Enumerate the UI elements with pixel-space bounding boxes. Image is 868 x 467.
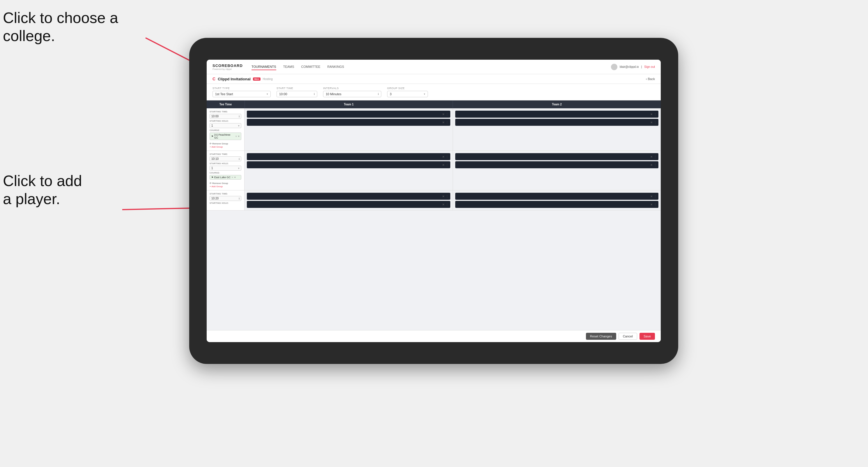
nav-teams[interactable]: TEAMS [283,64,294,70]
group-size-label: Group Size [387,87,428,90]
player-row-3-4[interactable]: ✕ ⋮ [455,201,659,208]
info-icon-t2: ℹ [239,157,240,160]
dots-icon-9[interactable]: ⋮ [446,195,448,198]
player-row-1-4[interactable]: ✕ ⋮ [455,119,659,126]
add-group-2[interactable]: + Add Group [210,185,241,188]
dots-icon-10[interactable]: ⋮ [446,203,448,206]
remove-group-2[interactable]: ⟳ Remove Group [210,182,241,185]
tee-row-1-controls: STARTING TIME: 10:00 ℹ STARTING HOLE: 1 … [207,108,245,151]
x-icon-7[interactable]: ✕ [650,155,653,158]
player-row-3-3[interactable]: ✕ ⋮ [455,193,659,200]
dots-icon-6[interactable]: ⋮ [446,163,448,166]
starting-time-input-3[interactable]: 10:20 ℹ [210,196,241,201]
player-row-3-2[interactable]: ✕ ⋮ [247,201,450,208]
player-row-1-1[interactable]: ✕ ⋮ [247,111,450,118]
start-time-field: Start Time 10:00 ℹ [277,87,317,97]
table-content[interactable]: STARTING TIME: 10:00 ℹ STARTING HOLE: 1 … [207,108,661,330]
user-avatar [611,64,617,70]
player-row-3-1[interactable]: ✕ ⋮ [247,193,450,200]
x-icon-12[interactable]: ✕ [650,203,653,206]
course-select-2[interactable]: ⚑ East Lake GC ✕ ▾ [210,175,241,180]
start-type-select[interactable]: 1st Tee Start ▾ [213,91,271,97]
course-select-1[interactable]: ⚑ (A) Peachtree GC ✕ ▾ [210,132,241,140]
intervals-select[interactable]: 10 Minutes ℹ [323,91,381,97]
player-row-2-3[interactable]: ✕ ⋮ [455,153,659,160]
flag-icon: ⚑ [211,135,213,138]
starting-hole-label-1: STARTING HOLE: [210,120,241,122]
remove-group-1[interactable]: ⟳ Remove Group [210,143,241,145]
expand-icon-4[interactable]: ⋮ [654,121,657,124]
nav-separator: | [641,65,642,68]
tournament-header: C Clippd Invitational Men Hosting ‹ Back [207,74,661,84]
team2-col-2: ✕ ⋮ ✕ ⋮ [453,151,661,190]
tee-actions-1: ⟳ Remove Group + Add Group [210,143,241,148]
nav-logo: SCOREBOARD Powered by clippd [213,63,243,70]
save-button[interactable]: Save [640,333,655,340]
dots-icon-11[interactable]: ⋮ [654,195,657,198]
x-icon-6[interactable]: ✕ [442,163,444,166]
sign-out-link[interactable]: Sign out [644,65,655,68]
expand-icon[interactable]: ⋮ [446,113,448,116]
starting-hole-input-1[interactable]: 1 ▾ [210,123,241,128]
dots-icon-7[interactable]: ⋮ [654,155,657,158]
start-type-field: Start Type 1st Tee Start ▾ [213,87,271,97]
x-icon-9[interactable]: ✕ [442,195,444,198]
group-size-select[interactable]: 3 ▾ [387,91,428,97]
nav-rankings[interactable]: RANKINGS [328,64,344,70]
info-icon-t3: ℹ [239,197,240,200]
x-icon-5[interactable]: ✕ [442,155,444,158]
group-size-field: Group Size 3 ▾ [387,87,428,97]
tournament-title: C Clippd Invitational Men Hosting [213,76,273,81]
tournament-gender: Men [253,77,260,81]
intervals-label: Intervals [323,87,381,90]
player-row-1-2[interactable]: ✕ ⋮ [247,119,450,126]
starting-time-input-1[interactable]: 10:00 ℹ [210,114,241,119]
nav-bar: SCOREBOARD Powered by clippd TOURNAMENTS… [207,60,661,74]
start-type-label: Start Type [213,87,271,90]
x-icon-8[interactable]: ✕ [650,163,653,166]
team1-col-1: ✕ ⋮ ✕ ⋮ [245,108,453,151]
remove-player-icon-4[interactable]: ✕ [650,121,653,124]
tee-row-2: STARTING TIME: 10:10 ℹ STARTING HOLE: 1 … [207,151,661,190]
add-group-1[interactable]: + Add Group [210,146,241,148]
back-button[interactable]: ‹ Back [646,77,655,81]
dots-icon-12[interactable]: ⋮ [654,203,657,206]
chevron-down-icon: ▾ [267,93,268,95]
cancel-button[interactable]: Cancel [619,333,637,340]
starting-hole-input-2[interactable]: 1 ▾ [210,166,241,170]
user-email: blair@clippd.io [620,65,639,68]
dots-icon-8[interactable]: ⋮ [654,163,657,166]
nav-tournaments[interactable]: TOURNAMENTS [251,64,276,70]
tee-actions-2: ⟳ Remove Group + Add Group [210,182,241,188]
nav-links: TOURNAMENTS TEAMS COMMITTEE RANKINGS [251,64,611,70]
chevron-hole-2: ▾ [238,167,240,170]
remove-player-icon-2[interactable]: ✕ [442,121,444,124]
expand-icon-2[interactable]: ⋮ [446,121,448,124]
team2-col-3: ✕ ⋮ ✕ ⋮ [453,190,661,210]
x-icon-11[interactable]: ✕ [650,195,653,198]
player-row-1-3[interactable]: ✕ ⋮ [455,111,659,118]
remove-player-icon[interactable]: ✕ [442,113,444,116]
col-team2: Team 2 [453,100,661,108]
player-row-2-1[interactable]: ✕ ⋮ [247,153,450,160]
expand-icon-3[interactable]: ⋮ [654,113,657,116]
nav-committee[interactable]: COMMITTEE [301,64,320,70]
starting-time-label-1: STARTING TIME: [210,111,241,113]
flag-icon-2: ⚑ [211,176,213,179]
starting-time-input-2[interactable]: 10:10 ℹ [210,156,241,161]
info-icon-2: ℹ [378,93,379,95]
x-icon-10[interactable]: ✕ [442,203,444,206]
team1-col-3: ✕ ⋮ ✕ ⋮ [245,190,453,210]
tee-row-3-controls: STARTING TIME: 10:20 ℹ STARTING HOLE: [207,190,245,210]
remove-player-icon-3[interactable]: ✕ [650,113,653,116]
starting-hole-label-2: STARTING HOLE: [210,162,241,164]
chevron-hole-1: ▾ [238,124,240,127]
reset-changes-button[interactable]: Reset Changes [586,333,616,340]
player-row-2-4[interactable]: ✕ ⋮ [455,161,659,168]
player-row-2-2[interactable]: ✕ ⋮ [247,161,450,168]
dots-icon-5[interactable]: ⋮ [446,155,448,158]
starting-time-label-2: STARTING TIME: [210,153,241,155]
start-time-select[interactable]: 10:00 ℹ [277,91,317,97]
team1-col-2: ✕ ⋮ ✕ ⋮ [245,151,453,190]
nav-user: blair@clippd.io | Sign out [611,64,655,70]
